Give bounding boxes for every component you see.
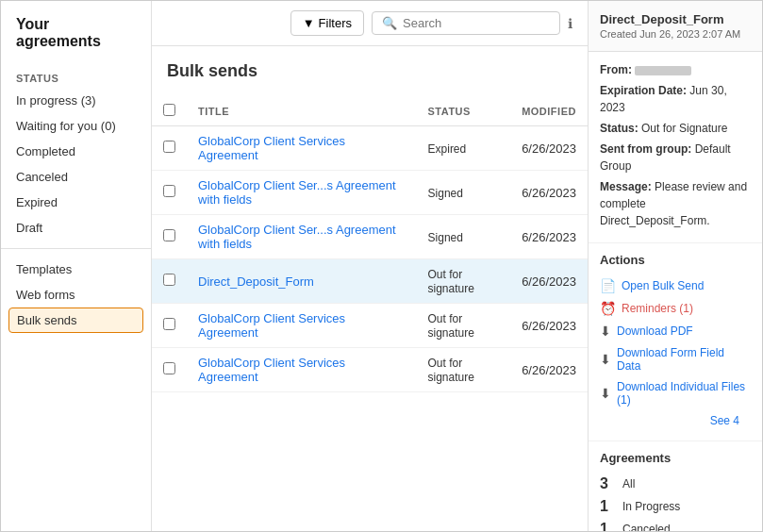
table-row: GlobalCorp Client Services Agreement Out… — [152, 348, 588, 392]
panel-doc-title: Direct_Deposit_Form — [600, 12, 751, 26]
row-status: Signed — [417, 215, 511, 259]
sidebar-item-in-progress[interactable]: In progress (3) — [1, 88, 151, 113]
agreement-count-in-progress: 1 — [600, 498, 615, 515]
table-header-row: TITLE STATUS MODIFIED — [152, 96, 588, 126]
row-title[interactable]: GlobalCorp Client Ser...s Agreement with… — [187, 171, 417, 215]
download-pdf-icon: ⬇ — [600, 324, 611, 339]
agreement-row-all: 3 All — [600, 473, 751, 495]
action-open-bulk-send[interactable]: 📄 Open Bulk Send — [600, 274, 751, 297]
search-box: 🔍 — [372, 11, 560, 35]
col-header-modified[interactable]: MODIFIED — [510, 96, 588, 126]
row-title[interactable]: GlobalCorp Client Ser...s Agreement with… — [187, 215, 417, 259]
row-title[interactable]: GlobalCorp Client Services Agreement — [187, 304, 417, 348]
from-value — [635, 66, 691, 75]
row-modified: 6/26/2023 — [510, 215, 588, 259]
agreement-label-in-progress: In Progress — [622, 500, 680, 513]
select-all-checkbox[interactable] — [163, 104, 175, 116]
agreement-label-all: All — [622, 477, 635, 490]
action-download-form-field-data[interactable]: ⬇ Download Form Field Data — [600, 342, 751, 376]
row-status: Expired — [417, 126, 511, 171]
row-modified: 6/26/2023 — [510, 171, 588, 215]
search-icon: 🔍 — [382, 16, 397, 30]
panel-from-row: From: — [600, 61, 751, 78]
filter-icon: ▼ — [303, 16, 315, 30]
page-title: Bulk sends — [167, 61, 572, 81]
agreements-section: Agreements 3 All 1 In Progress 1 Cancele… — [589, 441, 762, 531]
action-reminders[interactable]: ⏰ Reminders (1) — [600, 297, 751, 320]
table-row: GlobalCorp Client Services Agreement Out… — [152, 304, 588, 348]
col-header-status[interactable]: STATUS — [417, 96, 511, 126]
filter-button[interactable]: ▼ Filters — [290, 10, 364, 36]
row-checkbox-cell — [152, 259, 187, 304]
sidebar: Your agreements STATUS In progress (3) W… — [1, 1, 152, 531]
row-title[interactable]: Direct_Deposit_Form — [187, 259, 417, 304]
sidebar-item-draft[interactable]: Draft — [1, 215, 151, 241]
table-row: GlobalCorp Client Ser...s Agreement with… — [152, 171, 588, 215]
table-row: Direct_Deposit_Form Out for signature 6/… — [152, 259, 588, 304]
sidebar-item-templates[interactable]: Templates — [1, 257, 151, 282]
agreement-row-in-progress: 1 In Progress — [600, 495, 751, 518]
reminders-icon: ⏰ — [600, 301, 616, 316]
action-download-form-field-label: Download Form Field Data — [617, 346, 751, 373]
panel-header: Direct_Deposit_Form Created Jun 26, 2023… — [589, 1, 762, 52]
agreement-row-canceled: 1 Canceled — [600, 518, 751, 531]
status-value: Out for Signature — [641, 122, 727, 135]
search-input[interactable] — [403, 16, 550, 30]
sidebar-item-completed[interactable]: Completed — [1, 139, 151, 164]
col-header-checkbox — [152, 96, 187, 126]
row-checkbox[interactable] — [163, 318, 175, 330]
status-label: Status: — [600, 122, 639, 135]
panel-details: From: Expiration Date: Jun 30, 2023 Stat… — [589, 52, 762, 243]
info-icon[interactable]: ℹ — [568, 16, 572, 31]
open-bulk-send-icon: 📄 — [600, 278, 616, 293]
action-download-pdf[interactable]: ⬇ Download PDF — [600, 320, 751, 342]
table-row: GlobalCorp Client Services Agreement Exp… — [152, 126, 588, 171]
row-title[interactable]: GlobalCorp Client Services Agreement — [187, 126, 417, 171]
download-form-field-icon: ⬇ — [600, 352, 611, 367]
sidebar-title: Your agreements — [1, 16, 151, 65]
download-individual-files-icon: ⬇ — [600, 386, 611, 401]
row-status: Out for signature — [417, 348, 511, 392]
agreements-title: Agreements — [600, 451, 751, 465]
action-reminders-label: Reminders (1) — [622, 302, 693, 315]
row-checkbox[interactable] — [163, 274, 175, 286]
col-header-title[interactable]: TITLE — [187, 96, 417, 126]
filter-label: Filters — [319, 16, 352, 30]
action-download-individual-files[interactable]: ⬇ Download Individual Files (1) — [600, 376, 751, 410]
panel-status-row: Status: Out for Signature — [600, 120, 751, 137]
sidebar-item-expired[interactable]: Expired — [1, 190, 151, 215]
row-checkbox[interactable] — [163, 362, 175, 374]
row-status: Out for signature — [417, 259, 511, 304]
content-header: Bulk sends — [152, 46, 588, 96]
row-checkbox[interactable] — [163, 141, 175, 153]
row-modified: 6/26/2023 — [510, 126, 588, 171]
from-label: From: — [600, 63, 632, 76]
row-title[interactable]: GlobalCorp Client Services Agreement — [187, 348, 417, 392]
sidebar-item-canceled[interactable]: Canceled — [1, 164, 151, 190]
agreement-count-canceled: 1 — [600, 521, 615, 531]
message-label: Message: — [600, 180, 652, 193]
row-checkbox[interactable] — [163, 185, 175, 197]
app-container: Your agreements STATUS In progress (3) W… — [0, 0, 763, 532]
main-content: ▼ Filters 🔍 ℹ Bulk sends TITLE — [152, 1, 588, 531]
expiration-label: Expiration Date: — [600, 84, 687, 97]
table-row: GlobalCorp Client Ser...s Agreement with… — [152, 215, 588, 259]
agreement-label-canceled: Canceled — [622, 523, 671, 531]
row-checkbox-cell — [152, 304, 187, 348]
row-modified: 6/26/2023 — [510, 348, 588, 392]
sidebar-item-waiting-for-you[interactable]: Waiting for you (0) — [1, 113, 151, 139]
action-download-individual-files-label: Download Individual Files (1) — [617, 380, 751, 407]
action-download-pdf-label: Download PDF — [617, 324, 693, 338]
panel-expiration-row: Expiration Date: Jun 30, 2023 — [600, 82, 751, 116]
row-checkbox-cell — [152, 171, 187, 215]
right-panel: Direct_Deposit_Form Created Jun 26, 2023… — [588, 1, 762, 531]
sidebar-item-bulk-sends[interactable]: Bulk sends — [8, 308, 143, 333]
panel-sent-from-group-row: Sent from group: Default Group — [600, 141, 751, 175]
sidebar-divider — [1, 248, 151, 249]
action-open-bulk-send-label: Open Bulk Send — [622, 279, 704, 292]
row-checkbox[interactable] — [163, 229, 175, 241]
row-checkbox-cell — [152, 215, 187, 259]
see-all-link[interactable]: See 4 — [600, 410, 751, 431]
sidebar-item-web-forms[interactable]: Web forms — [1, 282, 151, 308]
agreement-count-all: 3 — [600, 475, 615, 492]
